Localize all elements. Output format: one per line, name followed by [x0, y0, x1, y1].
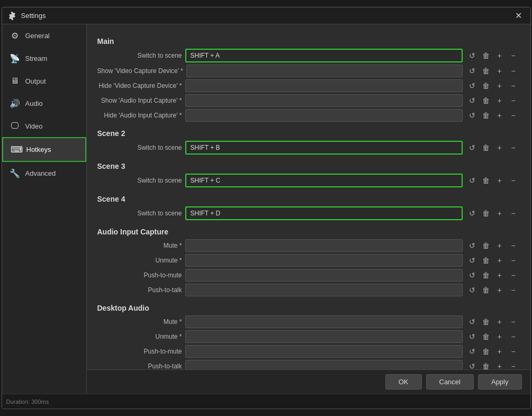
add-button[interactable]: +	[493, 284, 506, 296]
hotkey-input[interactable]	[185, 360, 463, 369]
reset-button[interactable]: ↺	[466, 330, 479, 343]
minus-button[interactable]: −	[507, 345, 520, 358]
delete-button[interactable]: 🗑	[480, 360, 492, 369]
add-button[interactable]: +	[493, 65, 506, 77]
hotkey-input[interactable]	[185, 174, 463, 187]
delete-button[interactable]: 🗑	[480, 207, 492, 220]
hotkey-input[interactable]	[185, 269, 463, 282]
reset-button[interactable]: ↺	[466, 207, 479, 220]
hotkey-input[interactable]	[185, 206, 463, 220]
sidebar-item-output[interactable]: 🖥 Output	[2, 70, 86, 92]
minus-button[interactable]: −	[507, 239, 520, 252]
hotkey-row: Unmute *↺🗑+−	[97, 254, 520, 267]
add-button[interactable]: +	[493, 109, 506, 122]
add-button[interactable]: +	[493, 79, 506, 92]
hotkey-input[interactable]	[185, 315, 463, 328]
minus-button[interactable]: −	[507, 207, 520, 220]
hotkey-input[interactable]	[185, 79, 463, 92]
delete-button[interactable]: 🗑	[480, 254, 492, 267]
reset-button[interactable]: ↺	[466, 141, 479, 154]
hotkeys-scroll[interactable]: MainSwitch to scene↺🗑+−Show 'Video Captu…	[87, 24, 530, 369]
cancel-button[interactable]: Cancel	[426, 374, 474, 390]
add-button[interactable]: +	[493, 345, 506, 358]
add-button[interactable]: +	[493, 330, 506, 343]
sidebar-item-advanced[interactable]: 🔧 Advanced	[2, 162, 86, 185]
hotkey-input[interactable]	[185, 284, 463, 296]
hotkey-input-wrap	[185, 284, 463, 296]
add-button[interactable]: +	[493, 141, 506, 154]
add-button[interactable]: +	[493, 360, 506, 369]
sidebar-item-audio[interactable]: 🔊 Audio	[2, 92, 86, 115]
sidebar-item-stream[interactable]: 📡 Stream	[2, 47, 86, 70]
add-button[interactable]: +	[493, 207, 506, 220]
minus-button[interactable]: −	[507, 141, 520, 154]
hotkey-row-label: Push-to-talk	[97, 363, 182, 369]
reset-button[interactable]: ↺	[466, 239, 479, 252]
reset-button[interactable]: ↺	[466, 79, 479, 92]
reset-button[interactable]: ↺	[466, 360, 479, 369]
minus-button[interactable]: −	[507, 65, 520, 77]
minus-button[interactable]: −	[507, 174, 520, 187]
reset-button[interactable]: ↺	[466, 269, 479, 282]
reset-button[interactable]: ↺	[466, 315, 479, 328]
delete-button[interactable]: 🗑	[480, 284, 492, 296]
add-button[interactable]: +	[493, 315, 506, 328]
delete-button[interactable]: 🗑	[480, 79, 492, 92]
main-panel: MainSwitch to scene↺🗑+−Show 'Video Captu…	[87, 24, 530, 394]
delete-button[interactable]: 🗑	[480, 65, 492, 77]
minus-button[interactable]: −	[507, 254, 520, 267]
apply-button[interactable]: Apply	[478, 374, 522, 390]
delete-button[interactable]: 🗑	[480, 345, 492, 358]
sidebar-label-stream: Stream	[25, 55, 48, 62]
hotkey-input[interactable]	[185, 330, 463, 343]
hotkey-row-label: Switch to scene	[97, 210, 182, 217]
reset-button[interactable]: ↺	[466, 49, 479, 62]
minus-button[interactable]: −	[507, 330, 520, 343]
reset-button[interactable]: ↺	[466, 174, 479, 187]
reset-button[interactable]: ↺	[466, 65, 479, 77]
hotkey-input[interactable]	[185, 49, 463, 62]
close-button[interactable]: ✕	[512, 10, 525, 22]
sidebar-item-general[interactable]: ⚙ General	[2, 24, 86, 47]
add-button[interactable]: +	[493, 174, 506, 187]
minus-button[interactable]: −	[507, 360, 520, 369]
delete-button[interactable]: 🗑	[480, 109, 492, 122]
ok-button[interactable]: OK	[385, 374, 422, 390]
hotkey-input[interactable]	[186, 65, 463, 77]
add-button[interactable]: +	[493, 239, 506, 252]
hotkey-input-wrap	[185, 206, 463, 220]
gear-icon: ⚙	[10, 31, 20, 41]
delete-button[interactable]: 🗑	[480, 239, 492, 252]
hotkey-input[interactable]	[185, 254, 463, 267]
sidebar-item-hotkeys[interactable]: ⌨ Hotkeys	[2, 137, 86, 162]
minus-button[interactable]: −	[507, 315, 520, 328]
minus-button[interactable]: −	[507, 109, 520, 122]
delete-button[interactable]: 🗑	[480, 269, 492, 282]
delete-button[interactable]: 🗑	[480, 330, 492, 343]
minus-button[interactable]: −	[507, 49, 520, 62]
hotkey-input[interactable]	[185, 345, 463, 358]
reset-button[interactable]: ↺	[466, 94, 479, 107]
reset-button[interactable]: ↺	[466, 109, 479, 122]
reset-button[interactable]: ↺	[466, 345, 479, 358]
hotkey-input[interactable]	[185, 141, 463, 155]
delete-button[interactable]: 🗑	[480, 315, 492, 328]
reset-button[interactable]: ↺	[466, 254, 479, 267]
minus-button[interactable]: −	[507, 79, 520, 92]
hotkey-input[interactable]	[185, 109, 463, 122]
minus-button[interactable]: −	[507, 284, 520, 296]
add-button[interactable]: +	[493, 49, 506, 62]
delete-button[interactable]: 🗑	[480, 94, 492, 107]
minus-button[interactable]: −	[507, 94, 520, 107]
minus-button[interactable]: −	[507, 269, 520, 282]
delete-button[interactable]: 🗑	[480, 141, 492, 154]
delete-button[interactable]: 🗑	[480, 174, 492, 187]
delete-button[interactable]: 🗑	[480, 49, 492, 62]
add-button[interactable]: +	[493, 269, 506, 282]
hotkey-input[interactable]	[185, 239, 463, 252]
add-button[interactable]: +	[493, 254, 506, 267]
add-button[interactable]: +	[493, 94, 506, 107]
reset-button[interactable]: ↺	[466, 284, 479, 296]
hotkey-input[interactable]	[185, 94, 463, 107]
sidebar-item-video[interactable]: 🖵 Video	[2, 115, 86, 137]
